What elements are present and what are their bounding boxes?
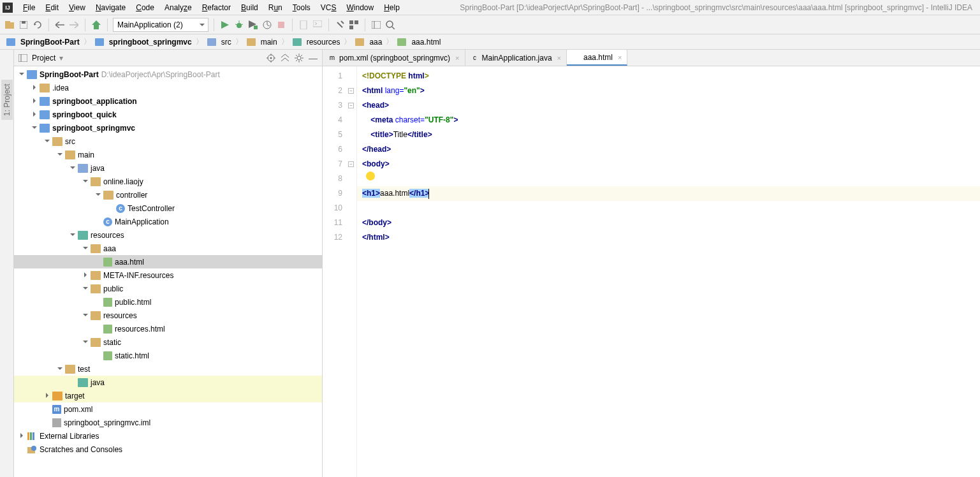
tree-quick[interactable]: springboot_quick	[14, 108, 322, 121]
run-config-label: MainApplication (2)	[117, 20, 183, 29]
tree-root[interactable]: SpringBoot-PartD:\ideaPorject\Apr\Spring…	[14, 68, 322, 81]
menu-vcs[interactable]: VCS	[316, 3, 342, 12]
profile-icon[interactable]	[261, 19, 273, 31]
crumb-main[interactable]: main	[244, 38, 280, 47]
settings-icon[interactable]	[334, 19, 346, 31]
project-title[interactable]: Project	[32, 54, 55, 62]
module-icon	[40, 110, 50, 119]
close-icon[interactable]: ×	[455, 54, 459, 62]
tree-res[interactable]: resources	[14, 228, 322, 242]
project-structure-icon[interactable]	[348, 19, 360, 31]
scratch-icon	[27, 445, 37, 454]
tree-ext[interactable]: External Libraries	[14, 429, 322, 443]
caret	[428, 189, 429, 199]
tree-publichtml[interactable]: public.html	[14, 295, 322, 309]
tree-meta[interactable]: META-INF.resources	[14, 268, 322, 282]
crumb-res[interactable]: resources	[290, 38, 343, 47]
menu-navigate[interactable]: Navigate	[91, 3, 131, 12]
collapse-icon[interactable]	[280, 53, 290, 63]
project-tool-button[interactable]: 1: Project	[1, 80, 13, 120]
gear-icon[interactable]	[294, 53, 304, 63]
tab-pom[interactable]: mpom.xml (springboot_springmvc)×	[323, 50, 465, 66]
menu-edit[interactable]: Edit	[40, 3, 64, 12]
svg-point-33	[31, 446, 36, 451]
code-editor[interactable]: 1 2− 3− 4 5 6 7− 8 9 10 11 12 <!DOCTYPE …	[323, 66, 980, 477]
menu-view[interactable]: View	[64, 3, 91, 12]
tree-testjava[interactable]: java	[14, 376, 322, 389]
tree-ctrl[interactable]: controller	[14, 188, 322, 202]
tree-scratch[interactable]: Scratches and Consoles	[14, 443, 322, 456]
tree-target[interactable]: target	[14, 389, 322, 402]
project-tree[interactable]: SpringBoot-PartD:\ideaPorject\Apr\Spring…	[14, 66, 322, 477]
svg-rect-20	[18, 54, 27, 62]
coverage-icon[interactable]	[247, 19, 259, 31]
class-icon: c	[471, 54, 479, 62]
run-icon[interactable]	[219, 19, 231, 31]
locate-icon[interactable]	[266, 53, 276, 63]
tree-public[interactable]: public	[14, 282, 322, 295]
menu-window[interactable]: Window	[341, 3, 379, 12]
menu-tools[interactable]: Tools	[288, 3, 316, 12]
line-num: 2−	[323, 84, 356, 98]
tab-label: aaa.html	[583, 53, 613, 62]
tab-mainapp[interactable]: cMainApplication.java×	[465, 50, 567, 66]
folder-icon	[293, 38, 302, 46]
ide-icon[interactable]	[370, 19, 382, 31]
tree-aaahtml[interactable]: aaa.html	[14, 255, 322, 268]
menu-analyze[interactable]: Analyze	[159, 3, 197, 12]
open-icon[interactable]	[4, 19, 15, 31]
menu-file[interactable]: File	[18, 3, 40, 12]
hide-icon[interactable]: —	[308, 53, 318, 63]
crumb-aaa[interactable]: aaa	[353, 38, 384, 47]
code-content[interactable]: <!DOCTYPE html> <html lang="en"> <head> …	[357, 66, 980, 477]
intention-bulb-icon[interactable]	[366, 172, 375, 180]
save-icon[interactable]	[18, 19, 29, 31]
tree-iml[interactable]: springboot_springmvc.iml	[14, 416, 322, 429]
tree-mvc[interactable]: springboot_springmvc	[14, 121, 322, 135]
run-config-combo[interactable]: MainApplication (2)	[113, 18, 208, 32]
crumb-src[interactable]: src	[205, 38, 234, 47]
tree-static[interactable]: static	[14, 335, 322, 349]
tree-src[interactable]: src	[14, 135, 322, 148]
tree-main[interactable]: main	[14, 148, 322, 161]
menu-code[interactable]: Code	[131, 3, 159, 12]
tree-tc[interactable]: cTestController	[14, 202, 322, 215]
tree-statichtml[interactable]: static.html	[14, 349, 322, 362]
html-file-icon	[572, 53, 581, 62]
menu-help[interactable]: Help	[379, 3, 405, 12]
tree-app[interactable]: springboot_application	[14, 94, 322, 108]
tree-reshtml[interactable]: resources.html	[14, 322, 322, 335]
tab-aaahtml[interactable]: aaa.html×	[567, 50, 627, 66]
menu-build[interactable]: Build	[236, 3, 263, 12]
tree-pom[interactable]: mpom.xml	[14, 402, 322, 416]
forward-icon[interactable]	[68, 19, 80, 31]
dropdown-icon[interactable]: ▾	[59, 54, 63, 62]
svg-point-28	[297, 56, 301, 60]
crumb-module[interactable]: springboot_springmvc	[92, 38, 194, 47]
crumb-file[interactable]: aaa.html	[395, 38, 443, 47]
menu-refactor[interactable]: Refactor	[197, 3, 236, 12]
folder-icon	[91, 338, 101, 347]
avd-icon[interactable]	[298, 19, 309, 31]
stop-icon[interactable]	[275, 19, 287, 31]
tree-idea[interactable]: .idea	[14, 81, 322, 94]
tree-resfolder[interactable]: resources	[14, 309, 322, 322]
search-everywhere-icon[interactable]	[384, 19, 396, 31]
tree-aaa[interactable]: aaa	[14, 242, 322, 255]
sdk-icon[interactable]	[312, 19, 323, 31]
menu-run[interactable]: Run	[263, 3, 288, 12]
class-icon: c	[103, 217, 112, 226]
debug-icon[interactable]	[233, 19, 245, 31]
close-icon[interactable]: ×	[557, 54, 561, 62]
html-file-icon	[397, 38, 406, 46]
tree-java[interactable]: java	[14, 161, 322, 175]
tree-test[interactable]: test	[14, 362, 322, 376]
build-icon[interactable]	[91, 19, 102, 31]
crumb-root[interactable]: SpringBoot-Part	[4, 38, 82, 47]
sync-icon[interactable]	[32, 19, 43, 31]
code-line: <body>	[357, 157, 980, 172]
tree-pkg[interactable]: online.liaojy	[14, 175, 322, 188]
tree-mainapp[interactable]: cMainApplication	[14, 215, 322, 228]
back-icon[interactable]	[54, 19, 66, 31]
close-icon[interactable]: ×	[618, 54, 622, 61]
